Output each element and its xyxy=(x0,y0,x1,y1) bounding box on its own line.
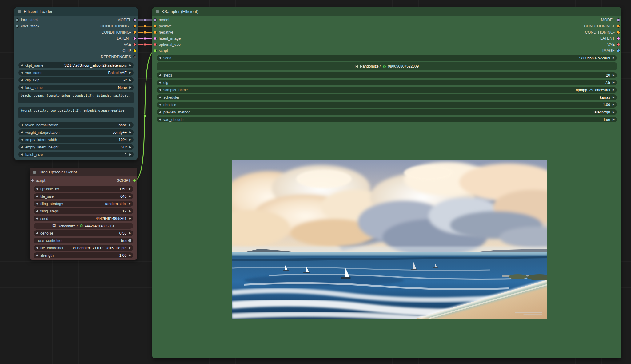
node-ksampler-efficient[interactable]: KSampler (Efficient) model MODEL positiv… xyxy=(152,7,621,358)
next-arrow-icon[interactable]: ▶ xyxy=(129,202,131,205)
output-port-model[interactable]: MODEL xyxy=(118,18,136,22)
output-port-latent[interactable]: LATENT xyxy=(117,36,136,41)
port-dot-icon[interactable] xyxy=(154,43,157,46)
input-port-latent_image[interactable]: latent_image xyxy=(154,36,181,41)
next-arrow-icon[interactable]: ▶ xyxy=(613,89,615,91)
port-dot-icon[interactable] xyxy=(154,18,157,22)
widget-strength[interactable]: ◀ strength 1.00 ▶ xyxy=(34,252,133,258)
port-dot-icon[interactable] xyxy=(617,49,620,52)
port-dot-icon[interactable] xyxy=(617,25,620,28)
prev-arrow-icon[interactable]: ◀ xyxy=(159,74,161,77)
port-dot-icon[interactable] xyxy=(31,179,34,182)
output-port-conditioning-minus[interactable]: CONDITIONING- xyxy=(101,30,136,34)
port-dot-icon[interactable] xyxy=(133,55,136,58)
collapse-icon[interactable] xyxy=(156,10,159,13)
next-arrow-icon[interactable]: ▶ xyxy=(129,79,131,81)
seed-randomize-button[interactable]: ⚄ Randomize / ♻ 444264914855361 xyxy=(34,223,133,229)
prev-arrow-icon[interactable]: ◀ xyxy=(21,138,23,141)
input-port-script[interactable]: script xyxy=(154,49,168,53)
next-arrow-icon[interactable]: ▶ xyxy=(129,64,131,67)
next-arrow-icon[interactable]: ▶ xyxy=(613,57,615,59)
widget-cfg[interactable]: ◀ cfg 7.5 ▶ xyxy=(157,80,617,85)
port-dot-icon[interactable] xyxy=(617,18,620,22)
prev-arrow-icon[interactable]: ◀ xyxy=(21,71,23,74)
next-arrow-icon[interactable]: ▶ xyxy=(613,74,615,77)
next-arrow-icon[interactable]: ▶ xyxy=(129,254,131,257)
output-port-conditioning-plus[interactable]: CONDITIONING+ xyxy=(100,24,136,28)
widget-empty_latent_width[interactable]: ◀ empty_latent_width 1024 ▶ xyxy=(18,137,134,143)
widget-tile_controlnet[interactable]: ◀ tile_controlnet v11\control_v11f1e_sd1… xyxy=(34,245,133,251)
prev-arrow-icon[interactable]: ◀ xyxy=(21,153,23,156)
prev-arrow-icon[interactable]: ◀ xyxy=(159,118,161,121)
widget-vae_name[interactable]: ◀ vae_name Baked VAE ▶ xyxy=(18,70,134,76)
prev-arrow-icon[interactable]: ◀ xyxy=(21,79,23,81)
input-port-cnet_stack[interactable]: cnet_stack xyxy=(16,24,39,28)
port-dot-icon[interactable] xyxy=(133,25,136,28)
node-tiled-upscaler-script[interactable]: Tiled Upscaler Script script SCRIPT ◀ up… xyxy=(30,168,137,260)
next-arrow-icon[interactable]: ▶ xyxy=(613,103,615,106)
output-port-conditioning-minus[interactable]: CONDITIONING- xyxy=(585,30,620,34)
prev-arrow-icon[interactable]: ◀ xyxy=(159,57,161,59)
next-arrow-icon[interactable]: ▶ xyxy=(129,195,131,198)
widget-lora_name[interactable]: ◀ lora_name None ▶ xyxy=(18,85,134,90)
prev-arrow-icon[interactable]: ◀ xyxy=(36,254,38,257)
node-efficient-loader[interactable]: Efficient Loader lora_stack MODEL cnet_s… xyxy=(14,7,138,160)
port-dot-icon[interactable] xyxy=(154,31,157,34)
widget-tiling_steps[interactable]: ◀ tiling_steps 12 ▶ xyxy=(34,208,133,214)
widget-weight_interpretation[interactable]: ◀ weight_interpretation comfy++ ▶ xyxy=(18,129,134,135)
prev-arrow-icon[interactable]: ◀ xyxy=(36,247,38,249)
output-port-dependencies[interactable]: DEPENDENCIES xyxy=(101,55,136,59)
negative-prompt-textarea[interactable]: (worst quality, low quality:1.3), embedd… xyxy=(18,107,134,118)
output-port-clip[interactable]: CLIP xyxy=(122,49,136,53)
port-dot-icon[interactable] xyxy=(154,37,157,40)
output-port-image[interactable]: IMAGE xyxy=(602,49,620,53)
prev-arrow-icon[interactable]: ◀ xyxy=(36,188,38,190)
widget-empty_latent_height[interactable]: ◀ empty_latent_height 512 ▶ xyxy=(18,144,134,150)
input-port-optional_vae[interactable]: optional_vae xyxy=(154,42,181,47)
port-dot-icon[interactable] xyxy=(617,31,620,34)
next-arrow-icon[interactable]: ▶ xyxy=(129,71,131,74)
port-dot-icon[interactable] xyxy=(617,43,620,46)
next-arrow-icon[interactable]: ▶ xyxy=(129,124,131,126)
next-arrow-icon[interactable]: ▶ xyxy=(613,111,615,113)
prev-arrow-icon[interactable]: ◀ xyxy=(159,89,161,91)
widget-clip_skip[interactable]: ◀ clip_skip -2 ▶ xyxy=(18,77,134,83)
widget-upscale_by[interactable]: ◀ upscale_by 1.50 ▶ xyxy=(34,186,133,192)
node-graph-canvas[interactable]: Efficient Loader lora_stack MODEL cnet_s… xyxy=(0,0,631,364)
prev-arrow-icon[interactable]: ◀ xyxy=(21,146,23,148)
widget-sampler_name[interactable]: ◀ sampler_name dpmpp_2s_ancestral ▶ xyxy=(157,87,617,93)
widget-scheduler[interactable]: ◀ scheduler karras ▶ xyxy=(157,94,617,100)
next-arrow-icon[interactable]: ▶ xyxy=(613,96,615,99)
port-dot-icon[interactable] xyxy=(154,49,157,52)
next-arrow-icon[interactable]: ▶ xyxy=(129,247,131,249)
input-port-script[interactable]: script xyxy=(31,178,45,183)
next-arrow-icon[interactable]: ▶ xyxy=(129,188,131,190)
output-port-script[interactable]: SCRIPT xyxy=(117,178,136,183)
next-arrow-icon[interactable]: ▶ xyxy=(129,210,131,212)
widget-tile_size[interactable]: ◀ tile_size 640 ▶ xyxy=(34,193,133,199)
widget-preview_method[interactable]: ◀ preview_method latent2rgb ▶ xyxy=(157,109,617,115)
output-port-conditioning-plus[interactable]: CONDITIONING+ xyxy=(584,24,620,28)
port-dot-icon[interactable] xyxy=(617,37,620,40)
port-dot-icon[interactable] xyxy=(133,179,136,182)
widget-ckpt_name[interactable]: ◀ ckpt_name SD1.5\sdSilicon_silicon29.sa… xyxy=(18,62,134,68)
input-port-negative[interactable]: negative xyxy=(154,30,173,34)
node-header[interactable]: KSampler (Efficient) xyxy=(152,7,621,16)
prev-arrow-icon[interactable]: ◀ xyxy=(36,195,38,198)
widget-denoise[interactable]: ◀ denoise 1.00 ▶ xyxy=(157,102,617,108)
input-port-model[interactable]: model xyxy=(154,18,169,22)
input-port-lora_stack[interactable]: lora_stack xyxy=(16,18,38,22)
widget-vae_decode[interactable]: ◀ vae_decode true ▶ xyxy=(157,117,617,122)
seed-randomize-button[interactable]: ⚄ Randomize / ♻ 980056807522009 xyxy=(157,62,617,70)
prev-arrow-icon[interactable]: ◀ xyxy=(21,124,23,126)
prev-arrow-icon[interactable]: ◀ xyxy=(159,81,161,84)
port-dot-icon[interactable] xyxy=(133,18,136,22)
next-arrow-icon[interactable]: ▶ xyxy=(129,153,131,156)
node-header[interactable]: Tiled Upscaler Script xyxy=(30,168,137,176)
widget-denoise[interactable]: ◀ denoise 0.56 ▶ xyxy=(34,230,133,236)
prev-arrow-icon[interactable]: ◀ xyxy=(36,217,38,220)
prev-arrow-icon[interactable]: ◀ xyxy=(159,111,161,113)
port-dot-icon[interactable] xyxy=(133,43,136,46)
port-dot-icon[interactable] xyxy=(133,37,136,40)
next-arrow-icon[interactable]: ▶ xyxy=(129,146,131,148)
